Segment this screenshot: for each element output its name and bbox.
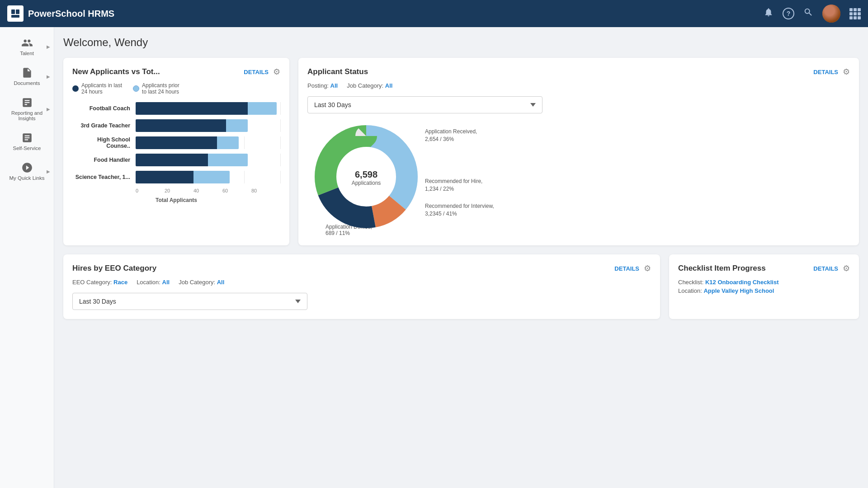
bar-container — [136, 119, 280, 132]
hires-job-category-value: All — [217, 279, 225, 286]
checklist-location-value: Apple Valley High School — [703, 287, 774, 294]
sidebar-label-self-service: Self-Service — [13, 145, 41, 151]
checklist-name-value: K12 Onboarding Checklist — [705, 279, 779, 286]
new-applicants-actions: DETAILS ⚙ — [244, 67, 280, 77]
checklist-gear-icon[interactable]: ⚙ — [843, 263, 850, 273]
label-hire: Recommended for Hire,1,234 / 22% — [425, 178, 482, 193]
app-name: PowerSchool HRMS — [28, 9, 114, 19]
sidebar-item-talent[interactable]: Talent ▶ — [0, 32, 54, 61]
legend-label-prior: Applicants priorto last 24 hours — [142, 82, 179, 95]
chart-xlabel: Total Applicants — [72, 197, 280, 203]
checklist-card: Checklist Item Progress DETAILS ⚙ Checkl… — [669, 254, 859, 319]
bar-label: Science Teacher, 1... — [72, 174, 136, 180]
applicant-status-header: Applicant Status DETAILS ⚙ — [307, 67, 850, 77]
hires-eeo-filters: EEO Category: Race Location: All Job Cat… — [72, 279, 651, 286]
sidebar: Talent ▶ Documents ▶ Reporting and Insig… — [0, 27, 54, 488]
welcome-title: Welcome, Wendy — [63, 36, 859, 49]
xaxis-label: 60 — [222, 188, 251, 193]
quick-links-arrow: ▶ — [47, 169, 50, 174]
bar-row: High School Counse.. — [72, 136, 280, 149]
xaxis-label: 20 — [165, 188, 193, 193]
sidebar-label-quick-links: My Quick Links — [9, 175, 45, 181]
search-icon[interactable] — [803, 7, 813, 20]
bar-grid-line — [244, 171, 245, 183]
new-applicants-gear-icon[interactable]: ⚙ — [273, 67, 280, 77]
eeo-category-filter: EEO Category: Race — [72, 279, 127, 286]
bar-light — [248, 102, 277, 115]
new-applicants-card: New Applicants vs Tot... DETAILS ⚙ Appli… — [63, 58, 289, 245]
bar-chart: Football Coach3rd Grade TeacherHigh Scho… — [72, 102, 280, 183]
hires-eeo-dropdown[interactable]: Last 30 Days Last 7 Days Last 90 Days La… — [72, 293, 307, 310]
applicant-status-actions: DETAILS ⚙ — [813, 67, 850, 77]
checklist-name-field: Checklist: K12 Onboarding Checklist — [678, 279, 850, 286]
donut-svg — [307, 118, 425, 235]
bar-light — [217, 136, 239, 149]
bar-grid-line — [280, 119, 281, 132]
logo-icon — [7, 5, 24, 22]
checklist-actions: DETAILS ⚙ — [813, 263, 850, 273]
hires-eeo-gear-icon[interactable]: ⚙ — [644, 263, 651, 273]
sidebar-item-documents[interactable]: Documents ▶ — [0, 61, 54, 91]
bar-dark — [136, 119, 226, 132]
sidebar-label-reporting: Reporting and Insights — [4, 110, 50, 121]
bar-container — [136, 102, 280, 115]
applicant-status-card: Applicant Status DETAILS ⚙ Posting: All … — [298, 58, 859, 245]
help-icon[interactable]: ? — [783, 8, 794, 19]
bar-row: Football Coach — [72, 102, 280, 115]
hires-location-filter: Location: All — [137, 279, 170, 286]
checklist-details-link[interactable]: DETAILS — [813, 265, 838, 272]
donut-labels-container: Application Received,2,654 / 36% Recomme… — [425, 119, 850, 236]
app-logo[interactable]: PowerSchool HRMS — [7, 5, 764, 22]
bell-icon[interactable] — [764, 7, 774, 20]
top-navigation: PowerSchool HRMS ? — [0, 0, 868, 27]
eeo-category-value: Race — [113, 279, 127, 286]
sidebar-label-talent: Talent — [20, 51, 34, 56]
interview-value: 3,2345 / 41% — [425, 211, 457, 217]
svg-rect-0 — [11, 9, 15, 14]
bar-row: Science Teacher, 1... — [72, 171, 280, 183]
posting-label: Posting: All — [307, 82, 338, 89]
legend-prior: Applicants priorto last 24 hours — [133, 82, 179, 95]
new-applicants-legend: Applicants in last24 hours Applicants pr… — [72, 82, 280, 95]
hire-value: 1,234 / 22% — [425, 186, 454, 192]
bar-label: 3rd Grade Teacher — [72, 122, 136, 129]
reporting-arrow: ▶ — [47, 107, 50, 112]
bar-container — [136, 154, 280, 166]
svg-rect-2 — [11, 15, 19, 18]
app-grid-icon[interactable] — [849, 8, 861, 19]
hires-eeo-details-link[interactable]: DETAILS — [614, 265, 639, 272]
sidebar-item-reporting[interactable]: Reporting and Insights ▶ — [0, 91, 54, 127]
chart-xaxis: 020406080 — [136, 188, 280, 193]
applicant-status-gear-icon[interactable]: ⚙ — [843, 67, 850, 77]
bottom-cards-row: Hires by EEO Category DETAILS ⚙ EEO Cate… — [63, 254, 859, 319]
xaxis-label: 80 — [251, 188, 280, 193]
new-applicants-details-link[interactable]: DETAILS — [244, 69, 269, 75]
hires-eeo-dropdown-wrapper: Last 30 Days Last 7 Days Last 90 Days La… — [72, 293, 307, 310]
bar-label: High School Counse.. — [72, 136, 136, 149]
sidebar-label-documents: Documents — [14, 80, 40, 86]
job-category-value: All — [385, 82, 393, 89]
talent-arrow: ▶ — [47, 44, 50, 49]
donut-chart-area: 6,598 Applications Application Received,… — [307, 113, 850, 242]
legend-label-last24: Applicants in last24 hours — [81, 82, 122, 95]
hires-eeo-title: Hires by EEO Category — [72, 264, 156, 273]
sidebar-item-self-service[interactable]: Self-Service — [0, 127, 54, 156]
bar-dark — [136, 102, 248, 115]
donut-svg-wrapper: 6,598 Applications — [307, 118, 425, 237]
hires-eeo-header: Hires by EEO Category DETAILS ⚙ — [72, 263, 651, 273]
bar-dark — [136, 171, 193, 183]
posting-value: All — [330, 82, 338, 89]
applicant-status-details-link[interactable]: DETAILS — [813, 69, 838, 75]
top-cards-row: New Applicants vs Tot... DETAILS ⚙ Appli… — [63, 58, 859, 245]
avatar[interactable] — [822, 5, 840, 23]
bar-container — [136, 136, 280, 149]
bar-dark — [136, 136, 217, 149]
sidebar-item-quick-links[interactable]: My Quick Links ▶ — [0, 156, 54, 186]
documents-arrow: ▶ — [47, 74, 50, 79]
xaxis-label: 0 — [136, 188, 165, 193]
bar-grid-line — [280, 171, 281, 183]
bar-label: Football Coach — [72, 105, 136, 112]
applicant-status-dropdown[interactable]: Last 30 Days Last 7 Days Last 90 Days La… — [307, 96, 542, 113]
hires-job-category-filter: Job Category: All — [179, 279, 224, 286]
bar-label: Food Handler — [72, 157, 136, 163]
